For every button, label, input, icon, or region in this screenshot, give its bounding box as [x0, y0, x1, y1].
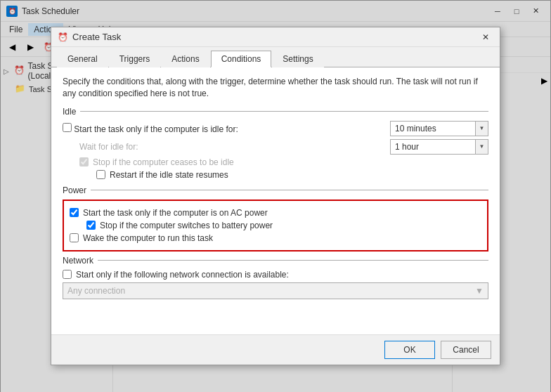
create-task-dialog: ⏰ Create Task ✕ General Triggers Actions… — [51, 27, 500, 365]
idle-for-value: 10 minutes — [391, 124, 475, 133]
network-connection-dropdown[interactable]: Any connection ▼ — [63, 282, 488, 299]
start-idle-row: Start the task only if the computer is i… — [63, 121, 488, 136]
dialog-close-button[interactable]: ✕ — [477, 30, 494, 44]
network-dropdown-arrow: ▼ — [475, 286, 484, 296]
network-section-divider: Network — [63, 256, 488, 266]
power-divider-line — [91, 190, 488, 190]
start-idle-label-wrap: Start the task only if the computer is i… — [63, 123, 390, 134]
power-section: Start the task only if the computer is o… — [63, 200, 488, 251]
network-divider-line — [98, 260, 488, 261]
wait-idle-row: Wait for idle for: 1 hour ▼ — [79, 139, 488, 155]
wait-for-select[interactable]: 1 hour ▼ — [390, 139, 488, 155]
tab-conditions[interactable]: Conditions — [211, 51, 272, 67]
wait-for-arrow[interactable]: ▼ — [475, 140, 488, 154]
cancel-button[interactable]: Cancel — [441, 341, 491, 359]
conditions-description: Specify the conditions that, along with … — [63, 76, 488, 100]
network-connection-value: Any connection — [67, 286, 125, 296]
stop-idle-checkbox[interactable] — [79, 157, 89, 166]
dialog-content: Specify the conditions that, along with … — [51, 67, 500, 334]
wait-for-value: 1 hour — [391, 142, 475, 152]
restart-idle-label: Restart if the idle state resumes — [110, 170, 228, 180]
wake-checkbox[interactable] — [70, 233, 79, 242]
wake-label: Wake the computer to run this task — [83, 233, 213, 243]
network-label: Start only if the following network conn… — [76, 270, 289, 280]
idle-divider-line — [80, 111, 488, 112]
power-section-divider: Power — [63, 185, 488, 195]
tab-actions[interactable]: Actions — [161, 51, 209, 67]
power-section-label: Power — [63, 185, 86, 195]
network-checkbox[interactable] — [63, 270, 72, 279]
ac-power-checkbox[interactable] — [70, 208, 79, 217]
start-idle-label: Start the task only if the computer is i… — [74, 124, 238, 134]
dialog-overlay: ⏰ Create Task ✕ General Triggers Actions… — [0, 0, 551, 392]
idle-section-divider: Idle — [63, 107, 488, 117]
tab-triggers[interactable]: Triggers — [109, 51, 161, 67]
battery-row: Stop if the computer switches to battery… — [86, 221, 481, 230]
dialog-icon: ⏰ — [57, 32, 68, 43]
wait-idle-label: Wait for idle for: — [79, 142, 390, 152]
tab-settings[interactable]: Settings — [272, 51, 323, 67]
network-section-label: Network — [63, 256, 93, 266]
start-idle-checkbox[interactable] — [63, 123, 72, 132]
network-checkbox-row: Start only if the following network conn… — [63, 270, 488, 280]
dialog-tabs: General Triggers Actions Conditions Sett… — [51, 47, 500, 67]
stop-idle-row: Stop if the computer ceases to be idle — [79, 157, 488, 167]
stop-idle-label: Stop if the computer ceases to be idle — [93, 157, 234, 167]
restart-idle-row: Restart if the idle state resumes — [96, 170, 488, 180]
tab-general[interactable]: General — [57, 51, 108, 67]
wait-select-wrap: 1 hour ▼ — [390, 139, 488, 155]
ac-power-label: Start the task only if the computer is o… — [83, 208, 268, 218]
idle-section-label: Idle — [63, 107, 76, 117]
dialog-title: Create Task — [72, 32, 477, 42]
dialog-footer: OK Cancel — [51, 334, 500, 365]
battery-checkbox[interactable] — [86, 221, 96, 230]
dialog-titlebar: ⏰ Create Task ✕ — [51, 27, 500, 47]
battery-label: Stop if the computer switches to battery… — [100, 221, 273, 230]
network-section: Start only if the following network conn… — [63, 270, 488, 299]
ok-button[interactable]: OK — [384, 341, 435, 359]
idle-for-arrow[interactable]: ▼ — [475, 122, 488, 136]
idle-select-wrap: 10 minutes ▼ — [390, 121, 488, 136]
ac-power-row: Start the task only if the computer is o… — [70, 208, 481, 218]
idle-for-select[interactable]: 10 minutes ▼ — [390, 121, 488, 136]
wake-row: Wake the computer to run this task — [70, 233, 481, 243]
restart-idle-checkbox[interactable] — [96, 170, 105, 179]
